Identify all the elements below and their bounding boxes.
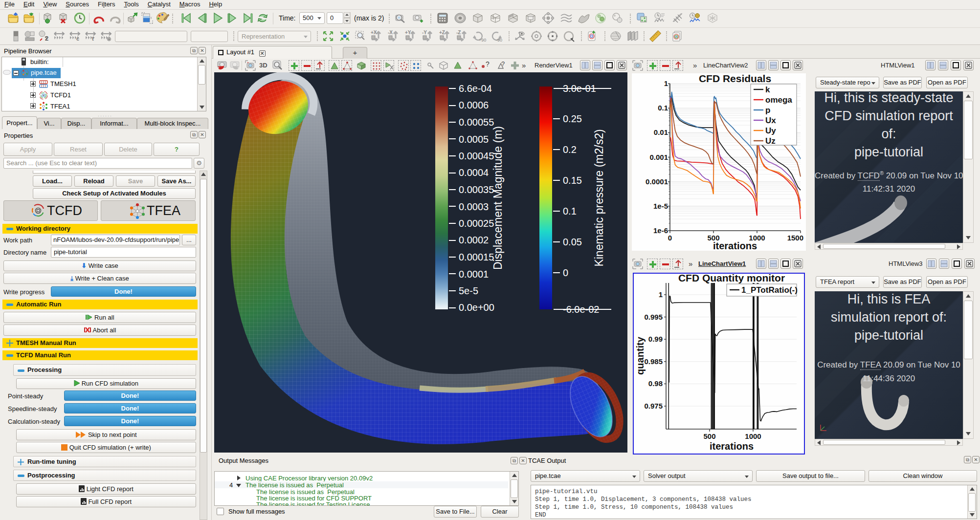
svg-text:CFD Residuals: CFD Residuals [699, 73, 771, 84]
svg-text:k: k [765, 85, 770, 94]
svg-text:iterations: iterations [713, 240, 757, 251]
svg-text:quantity: quantity [635, 336, 646, 375]
svg-text:Displacement Magnitude (m): Displacement Magnitude (m) [491, 126, 504, 270]
svg-text:-6.0e-02: -6.0e-02 [563, 304, 600, 315]
svg-text:?: ? [486, 60, 490, 68]
svg-text:0: 0 [668, 234, 672, 242]
svg-text:0.1: 0.1 [563, 206, 577, 217]
svg-text:0.0006: 0.0006 [459, 100, 489, 110]
svg-text:3.0e-01: 3.0e-01 [563, 83, 596, 94]
svg-text:2: 2 [45, 35, 48, 42]
svg-text:0.99: 0.99 [648, 335, 663, 343]
svg-text:iterations: iterations [710, 441, 754, 452]
svg-text:1_PTotRatio(-): 1_PTotRatio(-) [741, 285, 798, 295]
svg-text:0.00035: 0.00035 [459, 184, 494, 195]
svg-text:CFD Quantity monitor: CFD Quantity monitor [678, 274, 785, 283]
svg-text:6.6e-04: 6.6e-04 [459, 83, 492, 94]
svg-text:0.00055: 0.00055 [459, 117, 494, 128]
svg-text:0.00025: 0.00025 [459, 218, 494, 229]
svg-text:-Y: -Y [422, 30, 427, 35]
svg-text:0.2: 0.2 [563, 144, 577, 155]
svg-text:-Z: -Z [456, 30, 461, 35]
svg-text:+Z: +Z [439, 30, 445, 35]
svg-text:0.0001: 0.0001 [646, 177, 668, 186]
svg-text:0.1: 0.1 [658, 104, 668, 112]
svg-text:1: 1 [664, 79, 668, 87]
svg-text:5e-5: 5e-5 [459, 285, 478, 296]
svg-text:0.0005: 0.0005 [459, 134, 489, 145]
svg-text:0.975: 0.975 [644, 402, 663, 410]
svg-text:0.0002: 0.0002 [459, 235, 489, 245]
svg-text:+90: +90 [479, 38, 486, 43]
svg-text:-90: -90 [496, 38, 502, 43]
svg-text:1500: 1500 [787, 234, 803, 242]
svg-text:Uy: Uy [765, 126, 776, 135]
svg-text:0.995: 0.995 [644, 313, 663, 321]
svg-text:0.05: 0.05 [563, 237, 582, 247]
svg-text:0.01: 0.01 [654, 128, 668, 136]
svg-text:1000: 1000 [745, 432, 761, 440]
svg-text:p: p [765, 106, 770, 115]
svg-text:0.0e+00: 0.0e+00 [459, 302, 494, 313]
svg-text:0.98: 0.98 [648, 379, 663, 388]
svg-text:Uz: Uz [765, 136, 776, 146]
svg-text:500: 500 [703, 432, 715, 440]
svg-text:0.0003: 0.0003 [459, 201, 489, 212]
svg-text:Ux: Ux [765, 116, 776, 125]
svg-text:c: c [76, 36, 79, 42]
svg-text:+X: +X [371, 30, 377, 35]
svg-text:0.25: 0.25 [563, 113, 582, 124]
svg-text:0.001: 0.001 [649, 153, 668, 161]
svg-text:Kinematic pressure (m2/s2): Kinematic pressure (m2/s2) [593, 129, 605, 266]
svg-text:0.00045: 0.00045 [459, 151, 494, 161]
svg-text:0.0004: 0.0004 [459, 167, 489, 178]
svg-text:+Y: +Y [405, 30, 411, 35]
svg-text:?: ? [501, 60, 505, 67]
svg-text:omega: omega [765, 95, 792, 105]
svg-text:-X: -X [388, 30, 393, 35]
svg-text:0.985: 0.985 [644, 357, 663, 366]
svg-text:0.15: 0.15 [563, 175, 582, 186]
svg-text:1: 1 [659, 290, 663, 299]
svg-text:t: t [92, 36, 94, 42]
svg-text:1e-5: 1e-5 [653, 202, 668, 210]
svg-text:1e-6: 1e-6 [653, 226, 668, 235]
